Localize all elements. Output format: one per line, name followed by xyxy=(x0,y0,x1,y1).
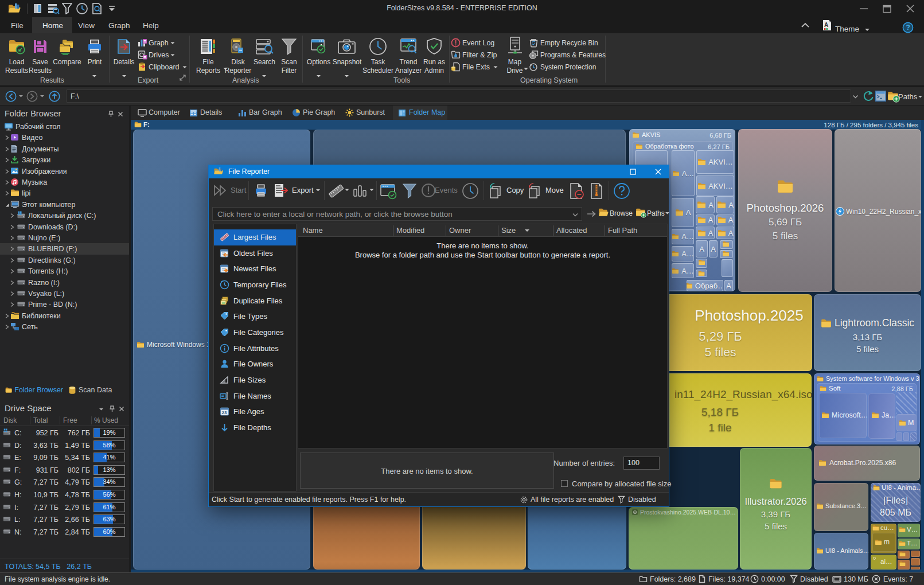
svg-text:23: 23 xyxy=(222,410,227,415)
svg-text:A: A xyxy=(824,22,828,28)
svg-text:?: ? xyxy=(906,24,910,32)
